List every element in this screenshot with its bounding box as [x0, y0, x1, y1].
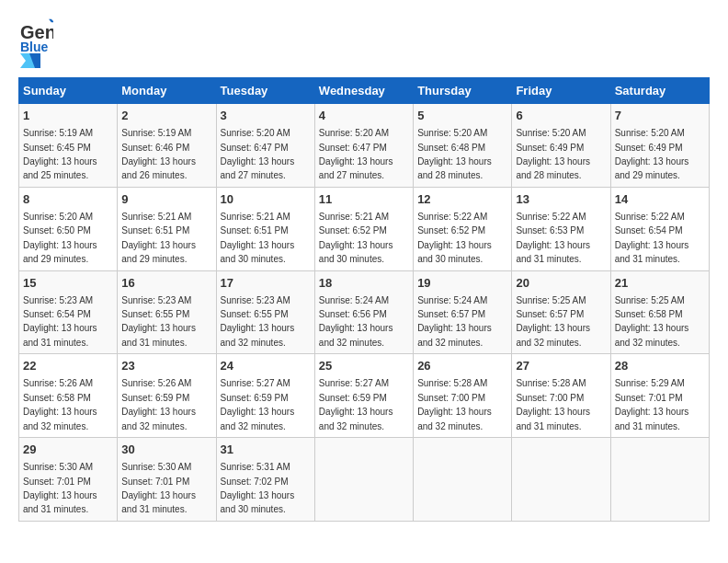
day-detail: Sunrise: 5:27 AMSunset: 6:59 PMDaylight:… [221, 378, 295, 431]
day-detail: Sunrise: 5:22 AMSunset: 6:54 PMDaylight:… [615, 212, 689, 264]
day-detail: Sunrise: 5:28 AMSunset: 7:00 PMDaylight:… [516, 378, 590, 431]
day-cell: 22 Sunrise: 5:26 AMSunset: 6:58 PMDaylig… [19, 354, 118, 438]
day-detail: Sunrise: 5:24 AMSunset: 6:57 PMDaylight:… [417, 295, 492, 348]
logo: General Blue [18, 18, 53, 68]
day-cell [512, 438, 610, 522]
day-cell: 13 Sunrise: 5:22 AMSunset: 6:53 PMDaylig… [512, 187, 610, 270]
day-number: 28 [615, 358, 705, 374]
day-number: 13 [516, 191, 606, 208]
day-detail: Sunrise: 5:26 AMSunset: 6:58 PMDaylight:… [23, 378, 97, 431]
day-cell: 12 Sunrise: 5:22 AMSunset: 6:52 PMDaylig… [414, 187, 512, 270]
day-number: 2 [121, 108, 211, 124]
day-number: 14 [615, 191, 705, 208]
day-number: 9 [121, 191, 211, 208]
day-number: 27 [516, 358, 606, 374]
column-header-thursday: Thursday [414, 78, 512, 104]
day-number: 1 [23, 108, 113, 124]
day-number: 24 [221, 358, 311, 374]
day-number: 11 [319, 191, 409, 208]
day-detail: Sunrise: 5:19 AMSunset: 6:46 PMDaylight:… [121, 128, 196, 180]
day-detail: Sunrise: 5:20 AMSunset: 6:50 PMDaylight:… [23, 212, 97, 264]
day-cell: 29 Sunrise: 5:30 AMSunset: 7:01 PMDaylig… [19, 438, 118, 522]
day-detail: Sunrise: 5:21 AMSunset: 6:51 PMDaylight:… [221, 212, 295, 264]
svg-text:Blue: Blue [20, 40, 49, 53]
week-row: 1 Sunrise: 5:19 AMSunset: 6:45 PMDayligh… [19, 104, 710, 188]
day-cell: 18 Sunrise: 5:24 AMSunset: 6:56 PMDaylig… [314, 270, 413, 354]
day-cell: 26 Sunrise: 5:28 AMSunset: 7:00 PMDaylig… [414, 354, 512, 438]
day-cell: 14 Sunrise: 5:22 AMSunset: 6:54 PMDaylig… [610, 187, 709, 270]
week-row: 8 Sunrise: 5:20 AMSunset: 6:50 PMDayligh… [19, 187, 710, 270]
day-cell: 23 Sunrise: 5:26 AMSunset: 6:59 PMDaylig… [118, 354, 216, 438]
day-detail: Sunrise: 5:24 AMSunset: 6:56 PMDaylight:… [319, 295, 393, 348]
day-detail: Sunrise: 5:23 AMSunset: 6:55 PMDaylight:… [121, 295, 196, 348]
day-number: 19 [417, 275, 507, 292]
day-cell: 3 Sunrise: 5:20 AMSunset: 6:47 PMDayligh… [216, 104, 314, 188]
day-detail: Sunrise: 5:20 AMSunset: 6:49 PMDaylight:… [516, 128, 590, 180]
day-detail: Sunrise: 5:22 AMSunset: 6:52 PMDaylight:… [417, 212, 492, 264]
day-number: 18 [319, 275, 409, 292]
day-detail: Sunrise: 5:25 AMSunset: 6:58 PMDaylight:… [615, 295, 689, 348]
day-number: 22 [23, 358, 113, 374]
day-cell: 17 Sunrise: 5:23 AMSunset: 6:55 PMDaylig… [216, 270, 314, 354]
day-cell: 7 Sunrise: 5:20 AMSunset: 6:49 PMDayligh… [610, 104, 709, 188]
day-number: 10 [221, 191, 311, 208]
day-detail: Sunrise: 5:20 AMSunset: 6:47 PMDaylight:… [319, 128, 393, 180]
header: General Blue [18, 18, 710, 68]
calendar-table: SundayMondayTuesdayWednesdayThursdayFrid… [18, 77, 710, 522]
header-row: SundayMondayTuesdayWednesdayThursdayFrid… [19, 78, 710, 104]
day-detail: Sunrise: 5:20 AMSunset: 6:49 PMDaylight:… [615, 128, 689, 180]
day-number: 15 [23, 275, 113, 292]
day-detail: Sunrise: 5:26 AMSunset: 6:59 PMDaylight:… [121, 378, 196, 431]
column-header-sunday: Sunday [19, 78, 118, 104]
day-number: 5 [417, 108, 507, 124]
day-cell: 27 Sunrise: 5:28 AMSunset: 7:00 PMDaylig… [512, 354, 610, 438]
day-number: 8 [23, 191, 113, 208]
day-detail: Sunrise: 5:31 AMSunset: 7:02 PMDaylight:… [221, 462, 295, 514]
day-number: 25 [319, 358, 409, 374]
week-row: 15 Sunrise: 5:23 AMSunset: 6:54 PMDaylig… [19, 270, 710, 354]
day-number: 23 [121, 358, 211, 374]
day-cell: 16 Sunrise: 5:23 AMSunset: 6:55 PMDaylig… [118, 270, 216, 354]
day-number: 17 [221, 275, 311, 292]
day-detail: Sunrise: 5:22 AMSunset: 6:53 PMDaylight:… [516, 212, 590, 264]
column-header-saturday: Saturday [610, 78, 709, 104]
day-number: 7 [615, 108, 705, 124]
day-number: 29 [23, 442, 113, 458]
week-row: 29 Sunrise: 5:30 AMSunset: 7:01 PMDaylig… [19, 438, 710, 522]
column-header-monday: Monday [118, 78, 216, 104]
day-detail: Sunrise: 5:19 AMSunset: 6:45 PMDaylight:… [23, 128, 97, 180]
day-detail: Sunrise: 5:27 AMSunset: 6:59 PMDaylight:… [319, 378, 393, 431]
day-detail: Sunrise: 5:29 AMSunset: 7:01 PMDaylight:… [615, 378, 689, 431]
day-cell: 8 Sunrise: 5:20 AMSunset: 6:50 PMDayligh… [19, 187, 118, 270]
day-cell: 4 Sunrise: 5:20 AMSunset: 6:47 PMDayligh… [314, 104, 413, 188]
day-cell: 2 Sunrise: 5:19 AMSunset: 6:46 PMDayligh… [118, 104, 216, 188]
day-cell: 19 Sunrise: 5:24 AMSunset: 6:57 PMDaylig… [414, 270, 512, 354]
day-cell: 11 Sunrise: 5:21 AMSunset: 6:52 PMDaylig… [314, 187, 413, 270]
day-detail: Sunrise: 5:20 AMSunset: 6:48 PMDaylight:… [417, 128, 492, 180]
day-cell: 1 Sunrise: 5:19 AMSunset: 6:45 PMDayligh… [19, 104, 118, 188]
day-number: 30 [121, 442, 211, 458]
column-header-friday: Friday [512, 78, 610, 104]
day-detail: Sunrise: 5:30 AMSunset: 7:01 PMDaylight:… [23, 462, 97, 514]
day-cell [414, 438, 512, 522]
day-number: 16 [121, 275, 211, 292]
day-number: 21 [615, 275, 705, 292]
day-number: 4 [319, 108, 409, 124]
day-cell [610, 438, 709, 522]
logo-arrow [20, 53, 40, 68]
day-detail: Sunrise: 5:21 AMSunset: 6:51 PMDaylight:… [121, 212, 196, 264]
day-detail: Sunrise: 5:23 AMSunset: 6:55 PMDaylight:… [221, 295, 295, 348]
day-detail: Sunrise: 5:20 AMSunset: 6:47 PMDaylight:… [221, 128, 295, 180]
day-detail: Sunrise: 5:21 AMSunset: 6:52 PMDaylight:… [319, 212, 393, 264]
day-cell: 10 Sunrise: 5:21 AMSunset: 6:51 PMDaylig… [216, 187, 314, 270]
day-number: 12 [417, 191, 507, 208]
day-detail: Sunrise: 5:28 AMSunset: 7:00 PMDaylight:… [417, 378, 492, 431]
day-detail: Sunrise: 5:25 AMSunset: 6:57 PMDaylight:… [516, 295, 590, 348]
day-cell: 5 Sunrise: 5:20 AMSunset: 6:48 PMDayligh… [414, 104, 512, 188]
day-cell: 9 Sunrise: 5:21 AMSunset: 6:51 PMDayligh… [118, 187, 216, 270]
day-number: 31 [221, 442, 311, 458]
day-number: 26 [417, 358, 507, 374]
day-cell: 25 Sunrise: 5:27 AMSunset: 6:59 PMDaylig… [314, 354, 413, 438]
day-detail: Sunrise: 5:23 AMSunset: 6:54 PMDaylight:… [23, 295, 97, 348]
day-cell: 20 Sunrise: 5:25 AMSunset: 6:57 PMDaylig… [512, 270, 610, 354]
